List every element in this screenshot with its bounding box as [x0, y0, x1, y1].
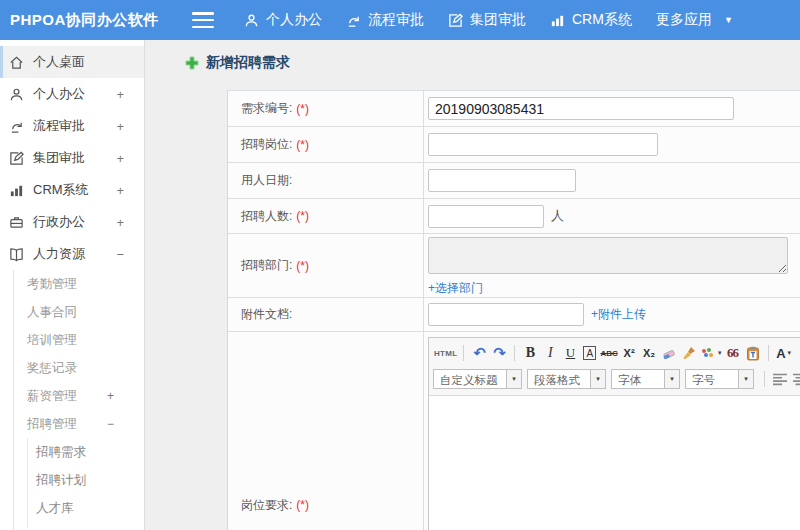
menu-icon[interactable]	[192, 12, 214, 28]
sidebar-item-personal-desktop[interactable]: 个人桌面	[0, 46, 144, 78]
expand-icon[interactable]: +	[116, 119, 124, 134]
attachment-input[interactable]	[428, 303, 584, 326]
sidebar-item-reward-punishment[interactable]: 奖惩记录	[0, 354, 144, 382]
position-input[interactable]	[428, 133, 658, 156]
html-source-button[interactable]: HTML	[434, 343, 457, 363]
sidebar-item-recruit-demand[interactable]: 招聘需求	[0, 438, 144, 466]
undo-icon[interactable]: ↶	[470, 343, 488, 363]
field-label: 招聘人数: (*)	[228, 199, 424, 233]
hire-date-input[interactable]	[428, 169, 576, 192]
form-row-position: 招聘岗位: (*)	[228, 127, 800, 163]
sidebar-item-human-resources[interactable]: 人力资源 −	[0, 238, 144, 270]
sidebar-item-group-approval[interactable]: 集团审批 +	[0, 142, 144, 174]
sidebar-item-label: 招聘计划	[36, 472, 86, 489]
topnav-personal-office[interactable]: 个人办公	[244, 11, 322, 29]
expand-icon[interactable]: +	[116, 87, 124, 102]
topnav-more-apps[interactable]: 更多应用 ▼	[656, 11, 733, 29]
hr-submenu: 考勤管理 人事合同 培训管理 奖惩记录 薪资管理 + 招聘管理 −	[0, 270, 144, 522]
sidebar-item-talent-pool[interactable]: 人才库	[0, 494, 144, 522]
highlight-color-button[interactable]: a	[795, 343, 800, 363]
edit-icon	[9, 151, 24, 166]
custom-title-select[interactable]: 自定义标题 ▾	[433, 369, 522, 389]
expand-icon[interactable]: +	[107, 389, 114, 403]
sidebar-item-crm-system[interactable]: CRM系统 +	[0, 174, 144, 206]
flow-icon	[9, 119, 24, 134]
field-label: 岗位要求: (*)	[228, 332, 424, 530]
upload-attachment-link[interactable]: +附件上传	[591, 306, 646, 323]
sidebar-item-label: 考勤管理	[27, 276, 77, 293]
editor-toolbar: HTML ↶ ↷ B I U A ABC	[429, 338, 800, 396]
app-window: PHPOA协同办公软件 个人办公 流程审批 集团审批	[0, 0, 800, 530]
bold-button[interactable]: B	[521, 343, 539, 363]
expand-icon[interactable]: +	[116, 215, 124, 230]
topnav-label: CRM系统	[572, 11, 632, 29]
editor-content-area[interactable]	[429, 396, 800, 530]
edit-icon	[448, 13, 463, 28]
field-label: 用人日期:	[228, 163, 424, 198]
required-mark: (*)	[296, 138, 309, 152]
field-label: 招聘部门: (*)	[228, 234, 424, 297]
sidebar-item-label: 人才库	[36, 500, 74, 517]
superscript-button[interactable]: X²	[620, 343, 638, 363]
sidebar-item-label: 个人办公	[33, 85, 85, 103]
sidebar-item-personal-office[interactable]: 个人办公 +	[0, 78, 144, 110]
subscript-button[interactable]: X₂	[640, 343, 658, 363]
sidebar: 个人桌面 个人办公 + 流程审批 + 集团审批	[0, 40, 145, 530]
top-nav: 个人办公 流程审批 集团审批 CRM系统 更多应用	[244, 11, 757, 29]
align-left-icon[interactable]	[771, 369, 789, 389]
topnav-crm-system[interactable]: CRM系统	[550, 11, 632, 29]
department-textarea[interactable]	[428, 237, 788, 274]
underline-button[interactable]: U	[561, 343, 579, 363]
top-bar: PHPOA协同办公软件 个人办公 流程审批 集团审批	[0, 0, 800, 40]
font-size-select[interactable]: 字号 ▾	[685, 369, 754, 389]
app-logo: PHPOA协同办公软件	[0, 11, 192, 30]
blockquote-button[interactable]: 66	[724, 343, 742, 363]
sidebar-item-recruit-mgmt[interactable]: 招聘管理 −	[0, 410, 144, 438]
sidebar-item-training-mgmt[interactable]: 培训管理	[0, 326, 144, 354]
color-palette-icon[interactable]: ▾	[700, 343, 722, 363]
sidebar-item-label: 薪资管理	[27, 388, 77, 405]
sidebar-item-recruit-plan[interactable]: 招聘计划	[0, 466, 144, 494]
required-mark: (*)	[296, 498, 309, 512]
main-content: 新增招聘需求 需求编号: (*) 招聘岗位:	[145, 40, 800, 530]
headcount-input[interactable]	[428, 205, 544, 228]
eraser-icon[interactable]	[660, 343, 678, 363]
required-mark: (*)	[296, 259, 309, 273]
select-department-link[interactable]: +选择部门	[428, 280, 483, 297]
book-icon	[9, 247, 24, 262]
expand-icon[interactable]: −	[107, 417, 114, 431]
sidebar-item-attendance-mgmt[interactable]: 考勤管理	[0, 270, 144, 298]
caret-down-icon: ▾	[738, 370, 753, 388]
expand-icon[interactable]: +	[116, 151, 124, 166]
format-brush-icon[interactable]	[680, 343, 698, 363]
sidebar-item-hr-contract[interactable]: 人事合同	[0, 298, 144, 326]
expand-icon[interactable]: +	[116, 183, 124, 198]
expand-icon[interactable]: −	[116, 247, 124, 262]
topnav-group-approval[interactable]: 集团审批	[448, 11, 526, 29]
rich-text-editor: HTML ↶ ↷ B I U A ABC	[428, 337, 800, 530]
user-icon	[9, 87, 24, 102]
topnav-label: 集团审批	[470, 11, 526, 29]
font-family-select[interactable]: 字体 ▾	[611, 369, 680, 389]
field-label: 需求编号: (*)	[228, 91, 424, 126]
sidebar-item-salary-mgmt[interactable]: 薪资管理 +	[0, 382, 144, 410]
char-border-button[interactable]: A	[583, 346, 596, 360]
demand-no-input[interactable]	[428, 97, 734, 120]
align-center-icon[interactable]	[791, 369, 800, 389]
topnav-workflow-approval[interactable]: 流程审批	[346, 11, 424, 29]
caret-down-icon: ▾	[788, 349, 792, 357]
sidebar-item-admin-office[interactable]: 行政办公 +	[0, 206, 144, 238]
topnav-label: 流程审批	[368, 11, 424, 29]
sidebar-item-label: 招聘需求	[36, 444, 86, 461]
strikethrough-button[interactable]: ABC	[600, 343, 618, 363]
redo-icon[interactable]: ↷	[490, 343, 508, 363]
recruit-demand-form: 需求编号: (*) 招聘岗位: (*)	[227, 90, 800, 530]
sidebar-item-workflow-approval[interactable]: 流程审批 +	[0, 110, 144, 142]
font-color-button[interactable]: A ▾	[775, 343, 793, 363]
paste-text-icon[interactable]	[744, 343, 762, 363]
sidebar-item-label: 人力资源	[33, 245, 85, 263]
sidebar-item-label: 行政办公	[33, 213, 85, 231]
paragraph-format-select[interactable]: 段落格式 ▾	[527, 369, 606, 389]
italic-button[interactable]: I	[541, 343, 559, 363]
form-row-demand-no: 需求编号: (*)	[228, 91, 800, 127]
